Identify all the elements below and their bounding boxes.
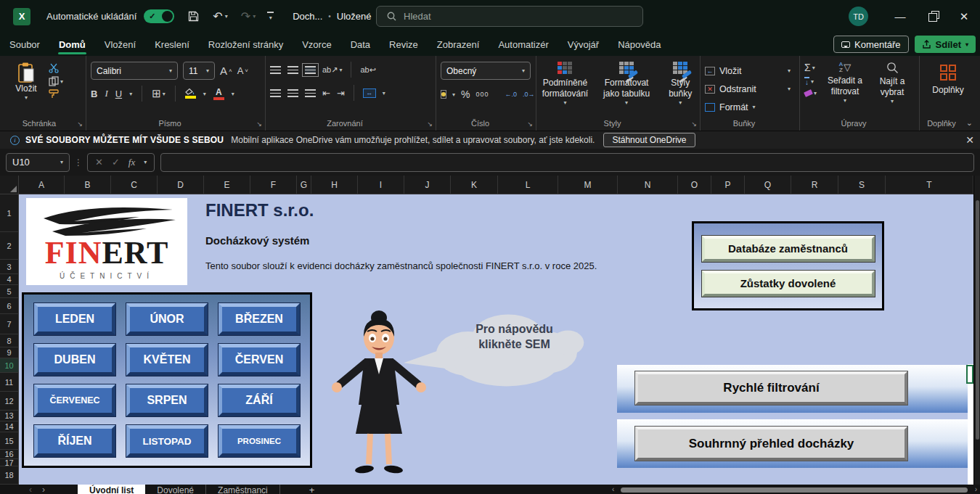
prev-sheet-button[interactable]: ‹ xyxy=(29,485,32,494)
orientation-button[interactable]: ab↗▾ xyxy=(322,65,342,75)
share-button[interactable]: Sdílet ▾ xyxy=(915,36,976,53)
accounting-format-button[interactable] xyxy=(441,90,446,99)
vertical-scrollbar-thumb[interactable] xyxy=(976,200,979,440)
align-middle-button[interactable] xyxy=(287,66,298,74)
month-button[interactable]: PROSINEC xyxy=(219,425,300,457)
attendance-summary-button[interactable]: Souhrnný přehled docházky xyxy=(635,427,907,461)
redo-button[interactable]: ↷▾ xyxy=(241,9,256,23)
column-header[interactable]: M xyxy=(558,176,618,194)
column-header[interactable]: B xyxy=(65,176,111,194)
column-header[interactable]: P xyxy=(711,176,745,194)
month-button[interactable]: LEDEN xyxy=(34,303,115,335)
format-as-table-button[interactable]: Formátovat jako tabulku▾ xyxy=(598,62,655,107)
merge-chevron-icon[interactable]: ▾ xyxy=(383,90,385,96)
confirm-entry-button[interactable]: ✓ xyxy=(112,157,120,168)
dialog-launcher-icon[interactable]: ↘ xyxy=(427,120,433,128)
quick-filter-button[interactable]: Rychlé filtrování xyxy=(635,371,907,405)
sheet-tab[interactable]: Zaměstnanci xyxy=(206,485,280,494)
column-header[interactable]: C xyxy=(111,176,158,194)
merge-center-button[interactable]: ↔ xyxy=(363,88,376,98)
format-painter-button[interactable] xyxy=(49,89,63,99)
row-header[interactable]: 10 xyxy=(0,358,19,373)
font-name-select[interactable]: Calibri▾ xyxy=(91,62,178,80)
column-header[interactable]: T xyxy=(886,176,973,194)
addins-button[interactable]: Doplňky xyxy=(924,62,972,96)
month-button[interactable]: BŘEZEN xyxy=(219,303,300,335)
selected-cell-u10[interactable] xyxy=(966,365,973,384)
cut-button[interactable] xyxy=(49,63,63,73)
month-button[interactable]: ČERVENEC xyxy=(34,384,115,416)
increase-font-button[interactable]: A˄ xyxy=(220,65,232,77)
column-header[interactable]: R xyxy=(791,176,838,194)
search-input[interactable]: Hledat xyxy=(376,6,643,27)
ribbon-tab[interactable]: Nápověda xyxy=(608,33,670,56)
row-header[interactable]: 11 xyxy=(0,373,19,392)
row-header[interactable]: 12 xyxy=(0,392,19,411)
sheet-tab[interactable]: Úvodní list xyxy=(78,485,145,494)
borders-button[interactable]: ⊞▾ xyxy=(152,87,166,100)
clear-button[interactable]: ▾ xyxy=(804,90,817,96)
user-avatar[interactable]: TD xyxy=(849,7,868,26)
document-title[interactable]: Doch... • Uložené ▾ xyxy=(293,11,380,22)
month-button[interactable]: SRPEN xyxy=(126,384,208,416)
column-header[interactable]: N xyxy=(618,176,678,194)
autosum-button[interactable]: Σ▾ xyxy=(804,62,817,73)
decrease-indent-button[interactable]: ⇤ xyxy=(322,88,330,99)
fill-color-chevron-icon[interactable]: ▾ xyxy=(203,91,206,97)
ribbon-tab[interactable]: Data xyxy=(341,33,380,56)
font-color-chevron-icon[interactable]: ▾ xyxy=(232,91,234,97)
bold-button[interactable]: B xyxy=(91,88,97,99)
ribbon-tab[interactable]: Soubor xyxy=(0,33,49,56)
decrease-font-button[interactable]: A˅ xyxy=(237,65,248,76)
save-button[interactable] xyxy=(187,10,200,22)
font-size-select[interactable]: 11▾ xyxy=(183,62,215,80)
align-center-button[interactable] xyxy=(287,89,298,97)
underline-chevron-icon[interactable]: ▾ xyxy=(129,91,132,97)
number-format-select[interactable]: Obecný▾ xyxy=(441,62,531,80)
close-notification-icon[interactable]: ✕ xyxy=(965,134,974,146)
row-header[interactable]: 17 xyxy=(0,459,19,466)
download-onedrive-button[interactable]: Stáhnout OneDrive xyxy=(603,133,695,147)
fill-color-button[interactable] xyxy=(185,88,196,99)
dialog-launcher-icon[interactable]: ↘ xyxy=(527,120,533,128)
undo-button[interactable]: ↶▾ xyxy=(213,9,227,23)
row-header[interactable]: 7 xyxy=(0,314,19,334)
minimize-button[interactable]: — xyxy=(884,0,916,33)
sheet-canvas[interactable]: FINERT ÚČETNICTVÍ FINERT s.r.o. Docházko… xyxy=(19,194,973,485)
row-header[interactable]: 15 xyxy=(0,432,19,450)
row-header[interactable]: 5 xyxy=(0,285,19,298)
ribbon-tab[interactable]: Kreslení xyxy=(145,33,199,56)
copy-button[interactable]: ▾ xyxy=(49,76,63,86)
ribbon-tab[interactable]: Zobrazení xyxy=(428,33,489,56)
help-bubble[interactable]: Pro nápovědu klikněte SEM xyxy=(404,303,585,401)
accounting-chevron-icon[interactable]: ▾ xyxy=(452,91,455,98)
dialog-launcher-icon[interactable]: ↘ xyxy=(691,120,697,128)
find-select-button[interactable]: Najít a vybrat▾ xyxy=(873,62,911,105)
row-header[interactable]: 8 xyxy=(0,334,19,347)
insert-cells-button[interactable]: ← Vložit ▾ xyxy=(705,62,796,80)
ribbon-tab[interactable]: Vložení xyxy=(95,33,145,56)
month-button[interactable]: LISTOPAD xyxy=(126,425,208,457)
cell-styles-button[interactable]: Styly buňky▾ xyxy=(663,62,697,107)
month-button[interactable]: ÚNOR xyxy=(126,303,208,335)
collapse-ribbon-button[interactable]: ⌄ xyxy=(966,118,973,128)
fill-button[interactable]: ↓▾ xyxy=(804,77,817,86)
month-button[interactable]: ZÁŘÍ xyxy=(219,384,300,416)
next-sheet-button[interactable]: › xyxy=(42,485,45,494)
row-header[interactable]: 4 xyxy=(0,274,19,285)
conditional-formatting-button[interactable]: Podmíněné formátování▾ xyxy=(541,62,589,107)
hscroll-left-arrow[interactable]: ‹ xyxy=(612,485,614,493)
align-right-button[interactable] xyxy=(305,89,316,97)
column-header[interactable]: D xyxy=(158,176,204,194)
formula-input[interactable] xyxy=(160,153,974,172)
increase-indent-button[interactable]: ⇥ xyxy=(337,88,345,99)
ribbon-tab[interactable]: Automatizér xyxy=(489,33,558,56)
underline-button[interactable]: U xyxy=(115,88,122,99)
align-left-button[interactable] xyxy=(270,89,281,97)
sort-filter-button[interactable]: AZ▽ Seřadit a filtrovat▾ xyxy=(822,62,867,104)
paste-button[interactable]: Vložit ▾ xyxy=(9,62,44,102)
column-header[interactable]: I xyxy=(358,176,404,194)
vertical-scrollbar[interactable] xyxy=(973,176,980,485)
wrap-text-button[interactable]: ab↩ xyxy=(360,65,375,75)
column-header[interactable]: L xyxy=(498,176,558,194)
